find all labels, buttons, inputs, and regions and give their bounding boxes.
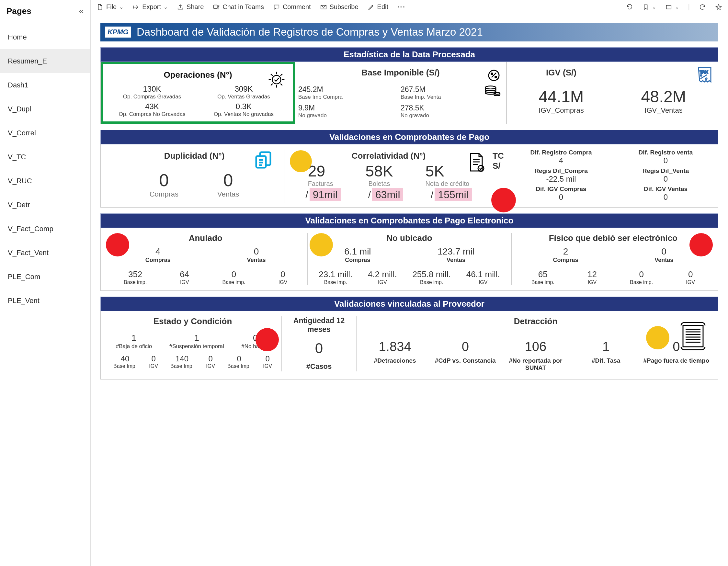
bi-nograv-venta-val: 278.5K [401,104,503,112]
bi-nograv-compra-val: 9.9M [298,104,401,112]
anul-ventas-val: 0 [247,246,266,257]
ops-compras-grav-val: 130K [106,85,198,94]
det-val: 0 [430,339,500,354]
correlatividad-card[interactable]: Correlatividad (N°) 29Facturas 58KBoleta… [289,149,489,203]
section1-header: Estadística de la Data Procesada [100,47,718,62]
est-sub-label: Base Imp. [227,363,251,369]
metric-value: 0 [222,269,245,279]
base-imponible-card[interactable]: Base Imponible (S/) 245.2MBase Imp Compr… [295,62,507,124]
igv-card[interactable]: IGV (S/) 44.1M IGV_Compras 48.2M IGV_Ven… [507,62,718,124]
svg-rect-3 [666,5,671,9]
det-title: Detracción [360,316,711,326]
igv-title: IGV (S/) [510,68,612,78]
export-menu[interactable]: Export⌄ [132,3,168,11]
noubicado-card[interactable]: No ubicado 6.1 milCompras 123.7 milVenta… [308,233,511,285]
section3-header: Validaciones en Comprobantes de Pago Ele… [100,213,718,228]
svg-rect-0 [214,5,217,8]
fisico-card[interactable]: Físico que debió ser electrónico 2Compra… [512,233,715,285]
metric-value: 23.1 mill. [319,269,352,279]
metric-value: 255.8 mill. [412,269,451,279]
est-sub-val: 0 [149,354,158,363]
reset-button[interactable] [626,4,633,11]
dashboard-title-bar: KPMG Dashboard de Validación de Registro… [100,23,718,41]
percent-coins-icon [482,68,502,90]
sidebar-item-resumen_e[interactable]: Resumen_E [0,49,90,73]
sidebar-item-v_ruc[interactable]: V_RUC [0,169,90,193]
metric-value: 64 [180,269,189,279]
sidebar-item-dash1[interactable]: Dash1 [0,73,90,97]
pages-sidebar: Pages « HomeResumen_EDash1V_DuplV_Correl… [0,0,91,566]
file-menu[interactable]: File⌄ [97,3,123,11]
share-button[interactable]: Share [177,3,204,11]
tax-receipt-icon: TAX [695,66,714,85]
anul-compras-val: 4 [145,246,171,257]
subscribe-label: Subscribe [330,3,358,11]
detraccion-card[interactable]: Detracción 1.834#Detracciones0#CdP vs. C… [357,316,715,371]
sidebar-item-v_tc[interactable]: V_TC [0,145,90,169]
svg-point-11 [700,75,702,76]
metric-label: Base imp. [630,279,653,285]
operaciones-card[interactable]: Operaciones (N°) 130KOp. Compras Gravada… [101,62,295,124]
dup-ventas-label: Ventas [217,190,239,198]
sidebar-item-home[interactable]: Home [0,25,90,49]
sidebar-item-v_detr[interactable]: V_Detr [0,193,90,217]
antiguedad-card[interactable]: Antigüedad 12 meses 0 #Casos [282,316,357,371]
sidebar-item-v_correl[interactable]: V_Correl [0,121,90,145]
dashboard-title: Dashboard de Validación de Registros de … [137,26,483,38]
sidebar-item-ple_vent[interactable]: PLE_Vent [0,289,90,313]
igv-compras-val: 44.1M [510,87,612,106]
section4-panel: Estado y Condición 1#Baja de oficio1#Sus… [100,311,718,379]
edit-button[interactable]: Edit [368,3,388,11]
estado-condicion-card[interactable]: Estado y Condición 1#Baja de oficio1#Sus… [104,316,282,371]
sidebar-item-v_fact_comp[interactable]: V_Fact_Comp [0,217,90,241]
metric-value: 4.2 mill. [368,269,397,279]
svg-point-8 [485,86,496,89]
svg-point-6 [491,73,493,75]
status-dot-red-icon [106,233,129,256]
est-sub-val: 0 [227,354,251,363]
metric-label: Base imp. [222,279,245,285]
det-val: 1 [571,339,641,354]
tc-a-label: Dif. Registro Compra [512,149,610,156]
sidebar-item-v_fact_vent[interactable]: V_Fact_Vent [0,241,90,265]
svg-point-12 [706,78,707,79]
est-sub-label: IGV [263,363,272,369]
comment-button[interactable]: Comment [273,3,311,11]
est-label: #Suspensión temporal [169,343,224,350]
subscribe-button[interactable]: Subscribe [320,3,358,11]
favorite-button[interactable] [715,4,722,11]
det-label: #Detracciones [360,357,430,364]
metric-label: Base imp. [531,279,554,285]
export-label: Export [142,3,161,11]
duplicidad-card[interactable]: Duplicidad (N°) 0Compras 0Ventas [104,149,285,203]
cor-facturas-amt: 91mil [310,188,341,201]
metric-label: IGV [180,279,189,285]
sidebar-item-v_dupl[interactable]: V_Dupl [0,97,90,121]
tc-card[interactable]: TC S/ Dif. Registro Compra4 Dif. Registr… [493,149,715,203]
anulado-card[interactable]: Anulado 4Compras 0Ventas 352Base imp.64I… [104,233,308,285]
igv-ventas-val: 48.2M [612,87,715,106]
metric-value: 46.1 mill. [466,269,500,279]
view-menu[interactable]: ⌄ [665,4,679,11]
dup-title: Duplicidad (N°) [164,151,225,161]
collapse-sidebar-icon[interactable]: « [79,6,84,16]
anul-title: Anulado [107,233,304,243]
fis-ventas-label: Ventas [654,257,673,264]
sidebar-item-ple_com[interactable]: PLE_Com [0,265,90,289]
noub-ventas-val: 123.7 mil [438,246,474,257]
det-label: #CdP vs. Constancia [430,357,500,364]
chat-teams-button[interactable]: Chat in Teams [213,3,264,11]
bookmark-menu[interactable]: ⌄ [642,4,656,11]
dup-ventas-val: 0 [217,170,239,190]
more-menu[interactable]: ··· [397,3,406,11]
det-label: #No reportada por SUNAT [500,357,571,371]
svg-point-1 [218,5,219,6]
operaciones-title: Operaciones (N°) [164,70,232,80]
fis-title: Físico que debió ser electrónico [515,233,711,243]
est-sub-val: 0 [206,354,215,363]
bi-compra-label: Base Imp Compra [298,94,401,100]
metric-label: IGV [587,279,597,285]
copy-icon [254,151,273,171]
tc-c-val: -22.5 mil [512,175,610,184]
refresh-button[interactable] [699,4,706,11]
